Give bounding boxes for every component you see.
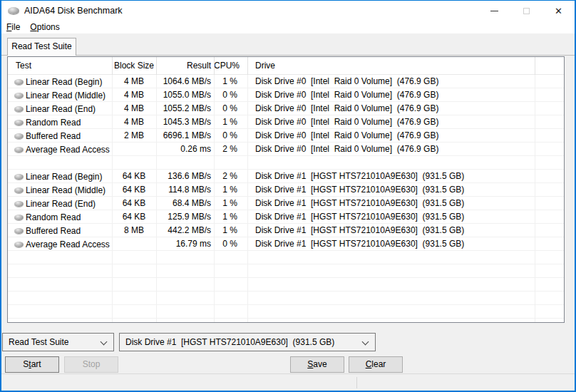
close-button[interactable]: ✕ bbox=[542, 1, 575, 21]
cell-test: Average Read Access bbox=[8, 143, 112, 156]
cell-drive: Disk Drive #0 [Intel Raid 0 Volume] (476… bbox=[247, 129, 535, 143]
header-separator bbox=[112, 57, 113, 75]
cell-result: 136.6 MB/s bbox=[156, 170, 214, 183]
cell-drive: Disk Drive #0 [Intel Raid 0 Volume] (476… bbox=[247, 115, 535, 129]
cell-result: 16.79 ms bbox=[156, 237, 214, 251]
statusbar-divider bbox=[356, 377, 357, 388]
table-row[interactable]: Random Read4 MB1045.3 MB/s1 %Disk Drive … bbox=[8, 115, 564, 129]
disk-icon bbox=[14, 79, 24, 85]
disk-icon bbox=[14, 147, 24, 153]
header-cell-cpu[interactable]: CPU% bbox=[214, 57, 247, 74]
combo-drive-value: Disk Drive #1 [HGST HTS721010A9E630] (93… bbox=[125, 334, 358, 351]
tab-pane-border bbox=[1, 55, 575, 56]
header-cell-result[interactable]: Result bbox=[156, 57, 214, 74]
cell-test: Random Read bbox=[8, 210, 112, 224]
table-row[interactable]: Linear Read (Begin)4 MB1064.6 MB/s1 %Dis… bbox=[8, 75, 564, 88]
disk-icon bbox=[14, 120, 24, 125]
cell-result: 0.26 ms bbox=[156, 143, 214, 156]
cell-block-size: 64 KB bbox=[112, 210, 156, 224]
disk-icon bbox=[14, 174, 24, 180]
cell-test: Linear Read (End) bbox=[8, 197, 112, 210]
cell-result: 6696.1 MB/s bbox=[156, 129, 214, 143]
tab-read-test-suite[interactable]: Read Test Suite bbox=[7, 38, 76, 56]
cell-cpu: 0 % bbox=[214, 102, 247, 115]
cell-cpu: 1 % bbox=[214, 183, 247, 197]
disk-icon bbox=[14, 228, 24, 234]
combo-drive[interactable]: Disk Drive #1 [HGST HTS721010A9E630] (93… bbox=[119, 333, 376, 351]
cell-test: Linear Read (End) bbox=[8, 102, 112, 115]
cell-test: Linear Read (Middle) bbox=[8, 88, 112, 102]
window-controls: ✕ bbox=[478, 1, 575, 21]
chevron-down-icon bbox=[362, 339, 369, 346]
maximize-icon bbox=[523, 8, 530, 14]
window: AIDA64 Disk Benchmark ✕ File Options Rea… bbox=[0, 0, 576, 392]
cell-drive: Disk Drive #1 [HGST HTS721010A9E630] (93… bbox=[247, 170, 535, 183]
table-row[interactable]: Linear Read (Middle)64 KB114.8 MB/s1 %Di… bbox=[8, 183, 564, 197]
cell-cpu: 1 % bbox=[214, 197, 247, 210]
cell-test: Linear Read (Begin) bbox=[8, 75, 112, 88]
table-row[interactable]: Linear Read (Begin)64 KB136.6 MB/s2 %Dis… bbox=[8, 170, 564, 183]
cell-result: 442.2 MB/s bbox=[156, 224, 214, 237]
titlebar: AIDA64 Disk Benchmark ✕ bbox=[1, 1, 575, 21]
close-icon: ✕ bbox=[555, 6, 562, 16]
cell-drive: Disk Drive #0 [Intel Raid 0 Volume] (476… bbox=[247, 75, 535, 88]
maximize-button bbox=[510, 1, 542, 21]
chevron-down-icon bbox=[101, 339, 108, 346]
table-row[interactable]: Buffered Read2 MB6696.1 MB/s0 %Disk Driv… bbox=[8, 129, 564, 143]
table-row[interactable]: Average Read Access0.26 ms2 %Disk Drive … bbox=[8, 143, 564, 156]
cell-drive: Disk Drive #0 [Intel Raid 0 Volume] (476… bbox=[247, 88, 535, 102]
cell-cpu: 2 % bbox=[214, 143, 247, 156]
cell-test: Buffered Read bbox=[8, 129, 112, 143]
cell-drive: Disk Drive #1 [HGST HTS721010A9E630] (93… bbox=[247, 237, 535, 251]
disk-icon bbox=[14, 187, 24, 193]
disk-icon bbox=[14, 133, 24, 139]
cell-result: 68.4 MB/s bbox=[156, 197, 214, 210]
cell-test: Linear Read (Begin) bbox=[8, 170, 112, 183]
table-row[interactable]: Buffered Read8 MB442.2 MB/s1 %Disk Drive… bbox=[8, 224, 564, 237]
save-button[interactable]: Save bbox=[290, 356, 344, 373]
cell-block-size: 4 MB bbox=[112, 115, 156, 129]
disk-icon bbox=[14, 93, 24, 98]
cell-block-size: 4 MB bbox=[112, 102, 156, 115]
cell-cpu: 0 % bbox=[214, 129, 247, 143]
cell-test: Average Read Access bbox=[8, 237, 112, 251]
disk-icon bbox=[14, 106, 24, 112]
listview-header: Test Block Size Result CPU% Drive bbox=[8, 57, 564, 75]
cell-result: 1045.3 MB/s bbox=[156, 115, 214, 129]
menu-item-options[interactable]: Options bbox=[25, 21, 64, 33]
cell-result: 1064.6 MB/s bbox=[156, 75, 214, 88]
stop-button: Stop bbox=[64, 356, 118, 373]
app-disk-icon bbox=[8, 7, 19, 14]
cell-test: Buffered Read bbox=[8, 224, 112, 237]
cell-block-size: 64 KB bbox=[112, 170, 156, 183]
cell-drive: Disk Drive #0 [Intel Raid 0 Volume] (476… bbox=[247, 143, 535, 156]
table-row[interactable]: Linear Read (End)4 MB1055.2 MB/s0 %Disk … bbox=[8, 102, 564, 115]
cell-drive: Disk Drive #1 [HGST HTS721010A9E630] (93… bbox=[247, 224, 535, 237]
minimize-button[interactable] bbox=[478, 1, 510, 21]
cell-drive: Disk Drive #1 [HGST HTS721010A9E630] (93… bbox=[247, 210, 535, 224]
cell-result: 1055.0 MB/s bbox=[156, 88, 214, 102]
menu-item-file[interactable]: File bbox=[1, 21, 25, 33]
cell-drive: Disk Drive #1 [HGST HTS721010A9E630] (93… bbox=[247, 197, 535, 210]
menubar: File Options bbox=[1, 21, 575, 33]
cell-cpu: 0 % bbox=[214, 88, 247, 102]
cell-result: 1055.2 MB/s bbox=[156, 102, 214, 115]
table-row[interactable]: Linear Read (End)64 KB68.4 MB/s1 %Disk D… bbox=[8, 197, 564, 210]
header-cell-block-size[interactable]: Block Size bbox=[112, 57, 156, 74]
minimize-icon bbox=[490, 11, 498, 11]
start-button[interactable]: Start bbox=[5, 356, 59, 373]
cell-cpu: 0 % bbox=[214, 237, 247, 251]
table-row[interactable]: Average Read Access16.79 ms0 %Disk Drive… bbox=[8, 237, 564, 251]
table-row[interactable]: Random Read64 KB125.9 MB/s1 %Disk Drive … bbox=[8, 210, 564, 224]
header-cell-drive[interactable]: Drive bbox=[247, 57, 535, 74]
header-cell-test[interactable]: Test bbox=[8, 57, 112, 74]
window-title: AIDA64 Disk Benchmark bbox=[24, 1, 123, 21]
cell-block-size: 4 MB bbox=[112, 88, 156, 102]
combo-test-suite[interactable]: Read Test Suite bbox=[2, 333, 114, 351]
cell-test: Random Read bbox=[8, 115, 112, 129]
disk-icon bbox=[14, 215, 24, 220]
table-row[interactable]: Linear Read (Middle)4 MB1055.0 MB/s0 %Di… bbox=[8, 88, 564, 102]
combo-test-suite-value: Read Test Suite bbox=[9, 334, 96, 351]
listview: Test Block Size Result CPU% Drive Linear… bbox=[7, 56, 565, 323]
clear-button[interactable]: Clear bbox=[349, 356, 403, 373]
